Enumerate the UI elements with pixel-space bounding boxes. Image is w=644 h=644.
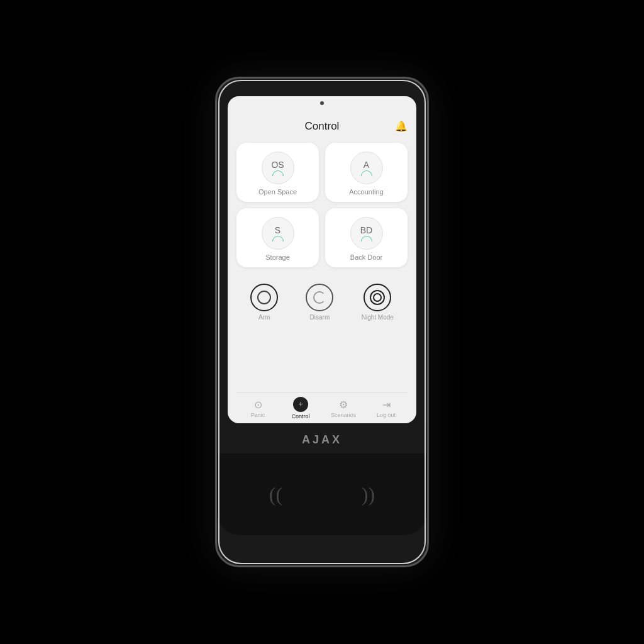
nfc-right-icon: ))	[362, 483, 375, 506]
screen-content: Control 🔔 OS Open Space A	[228, 108, 416, 423]
bottom-nav: ⊙ Panic + Control ⚙ Scenarios ⇥ Log out	[236, 392, 408, 423]
camera	[320, 101, 324, 105]
disarm-icon	[313, 291, 326, 304]
zone-card-storage[interactable]: S Storage	[236, 208, 319, 267]
night-mode-label: Night Mode	[362, 314, 394, 321]
night-mode-action[interactable]: Night Mode	[362, 284, 394, 321]
zone-arc-s	[272, 236, 284, 242]
ajax-logo: AJAX	[302, 433, 342, 447]
arm-action[interactable]: Arm	[250, 284, 278, 321]
zone-label-a: Accounting	[349, 188, 383, 196]
arm-button[interactable]	[250, 284, 278, 311]
control-nav-label: Control	[291, 413, 309, 419]
nav-control[interactable]: + Control	[279, 397, 322, 419]
logout-icon: ⇥	[382, 399, 391, 411]
screen-header: Control 🔔	[236, 120, 408, 133]
zone-abbr-os: OS	[271, 160, 284, 169]
scenarios-nav-label: Scenarios	[331, 412, 356, 418]
bell-icon[interactable]: 🔔	[395, 120, 408, 132]
zone-abbr-s: S	[275, 226, 280, 235]
disarm-button[interactable]	[306, 284, 333, 311]
zone-circle-os: OS	[262, 152, 294, 184]
nav-logout[interactable]: ⇥ Log out	[365, 399, 408, 418]
zone-arc-os	[272, 170, 284, 176]
action-row: Arm Disarm Night Mode	[236, 277, 408, 325]
zone-circle-bd: BD	[350, 217, 383, 250]
scenarios-icon: ⚙	[339, 399, 348, 411]
zone-abbr-a: A	[364, 160, 369, 169]
zone-label-s: Storage	[265, 253, 290, 261]
zone-arc-bd	[361, 236, 372, 242]
night-mode-button[interactable]	[364, 284, 391, 311]
brand-bar: AJAX	[217, 426, 427, 453]
screen: Control 🔔 OS Open Space A	[228, 96, 416, 423]
nav-scenarios[interactable]: ⚙ Scenarios	[322, 399, 365, 418]
device-body: Control 🔔 OS Open Space A	[215, 77, 429, 567]
zone-label-bd: Back Door	[350, 253, 382, 261]
zone-label-os: Open Space	[258, 188, 297, 196]
zone-card-open-space[interactable]: OS Open Space	[236, 143, 319, 202]
zone-card-backdoor[interactable]: BD Back Door	[325, 208, 408, 267]
night-mode-icon	[370, 290, 385, 305]
disarm-action[interactable]: Disarm	[306, 284, 333, 321]
zone-circle-a: A	[350, 152, 383, 184]
zone-abbr-bd: BD	[360, 226, 372, 235]
nfc-left-icon: ((	[269, 483, 282, 506]
zone-arc-a	[361, 170, 372, 176]
logout-nav-label: Log out	[377, 412, 396, 418]
disarm-label: Disarm	[310, 314, 330, 321]
zone-grid: OS Open Space A Accounting S	[236, 143, 408, 267]
arm-label: Arm	[258, 314, 270, 321]
zone-circle-s: S	[262, 217, 294, 250]
panic-nav-label: Panic	[251, 412, 265, 418]
screen-title: Control	[305, 120, 340, 133]
nav-panic[interactable]: ⊙ Panic	[236, 399, 279, 418]
panic-icon: ⊙	[254, 399, 262, 411]
zone-card-accounting[interactable]: A Accounting	[325, 143, 408, 202]
control-icon: +	[293, 397, 308, 412]
nfc-area: (( ))	[217, 453, 427, 535]
arm-icon	[257, 291, 271, 304]
